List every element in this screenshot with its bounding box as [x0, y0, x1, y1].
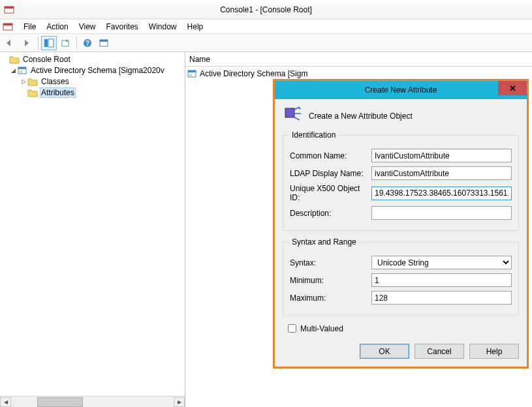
schema-icon [187, 69, 197, 78]
ok-button[interactable]: OK [360, 344, 409, 359]
ldap-display-name-input[interactable] [371, 166, 512, 180]
svg-rect-17 [285, 108, 294, 117]
horizontal-scrollbar[interactable]: ◀ ▶ [0, 396, 185, 407]
list-item[interactable]: Active Directory Schema [Sigm [187, 68, 531, 79]
close-icon: ✕ [509, 83, 516, 93]
svg-rect-3 [3, 23, 12, 25]
scroll-thumb[interactable] [37, 397, 83, 407]
attribute-object-icon [283, 106, 304, 127]
svg-rect-12 [18, 67, 26, 69]
folder-icon [9, 55, 20, 64]
syntax-range-group: Syntax and Range Syntax: Unicode String … [283, 237, 519, 316]
tree-schema[interactable]: ◢ Active Directory Schema [Sigma2020v [1, 65, 183, 76]
forward-button[interactable] [20, 36, 35, 50]
ldap-display-name-label: LDAP Display Name: [290, 169, 371, 178]
menu-favorites[interactable]: Favorites [101, 20, 144, 33]
svg-rect-5 [48, 39, 54, 47]
menu-view[interactable]: View [74, 20, 101, 33]
window-titlebar: Console1 - [Console Root] [0, 0, 532, 20]
tree-classes[interactable]: ▷ Classes [1, 76, 183, 87]
minimum-input[interactable] [371, 273, 512, 287]
identification-group: Identification Common Name: LDAP Display… [283, 130, 519, 231]
app-icon-small [3, 22, 13, 32]
tree-root[interactable]: Console Root [1, 53, 183, 65]
svg-rect-13 [20, 70, 22, 73]
export-button[interactable] [58, 36, 74, 50]
app-icon [4, 5, 14, 15]
schema-icon [17, 66, 27, 75]
tree-pane: Console Root ◢ Active Directory Schema [… [0, 52, 185, 407]
toolbar: ? [0, 34, 532, 52]
close-button[interactable]: ✕ [498, 81, 527, 95]
scroll-right-icon[interactable]: ▶ [174, 397, 185, 407]
description-label: Description: [290, 209, 371, 218]
cancel-button[interactable]: Cancel [415, 344, 464, 359]
menu-help[interactable]: Help [182, 20, 209, 33]
toolbar-separator [38, 37, 39, 50]
description-input[interactable] [371, 206, 512, 220]
scroll-left-icon[interactable]: ◀ [0, 397, 11, 407]
syntax-select[interactable]: Unicode String [371, 256, 512, 269]
dialog-heading: Create a New Attribute Object [309, 112, 413, 121]
show-hide-tree-button[interactable] [41, 36, 57, 50]
tree-attributes[interactable]: Attributes [1, 87, 183, 98]
toolbar-separator [76, 37, 77, 50]
svg-rect-16 [189, 74, 192, 76]
syntax-label: Syntax: [290, 258, 371, 267]
multi-valued-checkbox[interactable] [288, 324, 296, 333]
maximum-label: Maximum: [290, 294, 371, 303]
menu-action[interactable]: Action [41, 20, 73, 33]
maximum-input[interactable] [371, 291, 512, 305]
menu-file[interactable]: File [18, 20, 41, 33]
folder-icon [27, 88, 38, 97]
collapse-icon[interactable]: ◢ [9, 67, 17, 74]
minimum-label: Minimum: [290, 276, 371, 285]
window-title: Console1 - [Console Root] [0, 5, 532, 14]
multi-valued-label: Multi-Valued [300, 324, 343, 333]
oid-input[interactable] [371, 187, 512, 200]
menubar: File Action View Favorites Window Help [0, 20, 532, 34]
svg-text:?: ? [86, 40, 89, 47]
dialog-title: Create New Attribute [365, 85, 437, 95]
svg-rect-15 [188, 70, 196, 72]
common-name-input[interactable] [371, 149, 512, 162]
common-name-label: Common Name: [290, 151, 371, 160]
help-button[interactable]: Help [469, 344, 519, 359]
expand-icon[interactable]: ▷ [20, 78, 27, 85]
dialog-titlebar[interactable]: Create New Attribute ✕ [275, 81, 527, 99]
back-button[interactable] [3, 36, 18, 50]
create-attribute-dialog: Create New Attribute ✕ Create a New Attr… [273, 79, 529, 369]
svg-rect-4 [44, 39, 48, 47]
new-window-button[interactable] [97, 36, 112, 50]
svg-rect-10 [100, 40, 108, 42]
help-button[interactable]: ? [80, 36, 95, 50]
folder-icon [27, 77, 38, 86]
menu-window[interactable]: Window [144, 20, 182, 33]
list-column-name[interactable]: Name [185, 52, 532, 67]
oid-label: Unique X500 Object ID: [290, 184, 371, 202]
svg-rect-1 [5, 7, 14, 8]
